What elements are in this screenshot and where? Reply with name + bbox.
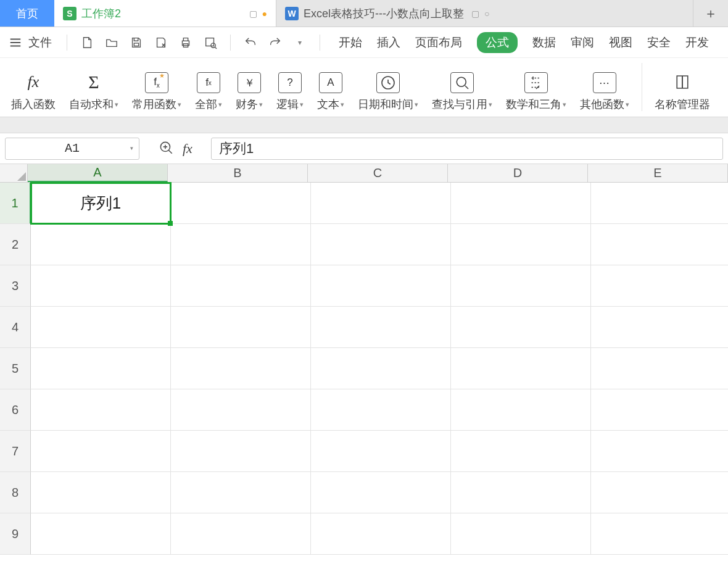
ribbon-tab-formula[interactable]: 公式 [477,32,518,53]
file-menu-button[interactable]: 文件 [9,35,52,51]
cell-c3[interactable] [311,265,451,307]
ribbon-financial[interactable]: ￥ 财务▾ [231,62,268,112]
cell-c7[interactable] [311,431,451,472]
cell-c4[interactable] [311,307,451,348]
print-preview-button[interactable] [203,35,218,50]
column-header-b[interactable]: B [168,164,308,182]
ribbon-tab-developer[interactable]: 开发 [685,35,709,51]
cell-c8[interactable] [311,472,451,513]
cell-e3[interactable] [591,265,728,307]
column-header-a[interactable]: A [28,164,168,182]
ribbon-all-functions[interactable]: fx 全部▾ [190,62,227,112]
cell-c5[interactable] [311,348,451,389]
ribbon-insert-function[interactable]: fx 插入函数 [6,62,60,112]
cell-c9[interactable] [311,513,451,555]
row-header-6[interactable]: 6 [0,389,31,431]
cell-d2[interactable] [451,224,591,265]
ribbon-text[interactable]: A 文本▾ [312,62,349,112]
row-header-9[interactable]: 9 [0,513,31,555]
row-header-1[interactable]: 1 [0,183,31,224]
cell-d7[interactable] [451,431,591,472]
present-mode-icon[interactable]: ▢ [471,9,479,19]
cell-c1[interactable] [311,183,451,224]
ribbon-tab-insert[interactable]: 插入 [377,35,400,51]
cell-a2[interactable] [31,224,171,265]
cell-a8[interactable] [31,472,171,513]
cell-e9[interactable] [591,513,728,555]
fx-label-icon[interactable]: fx [183,141,192,157]
cell-d3[interactable] [451,265,591,307]
cell-e4[interactable] [591,307,728,348]
cell-e1[interactable] [591,183,728,224]
ribbon-more-functions[interactable]: ⋯ 其他函数▾ [575,62,634,112]
ribbon-name-manager[interactable]: 名称管理器 [650,62,715,112]
cell-a7[interactable] [31,431,171,472]
cell-d6[interactable] [451,389,591,431]
cell-a3[interactable] [31,265,171,307]
formula-input[interactable]: 序列1 [211,138,723,160]
cell-b3[interactable] [171,265,311,307]
save-button[interactable] [129,35,144,50]
cell-b5[interactable] [171,348,311,389]
cell-b1[interactable] [171,183,311,224]
row-header-2[interactable]: 2 [0,224,31,265]
ribbon-tab-layout[interactable]: 页面布局 [415,35,462,51]
cell-d9[interactable] [451,513,591,555]
name-box[interactable]: A1 ▾ [5,138,139,160]
tab-close-hint-icon[interactable]: ○ [484,9,489,19]
quick-access-more-button[interactable]: ▾ [292,35,307,50]
ribbon-autosum[interactable]: Σ 自动求和▾ [64,62,123,112]
open-file-button[interactable] [104,35,119,50]
cell-c6[interactable] [311,389,451,431]
row-header-4[interactable]: 4 [0,307,31,348]
column-header-d[interactable]: D [448,164,588,182]
chevron-down-icon[interactable]: ▾ [130,144,134,153]
tab-document-other[interactable]: W Excel表格技巧---小数点向上取整 ▢ ○ [276,0,693,27]
ribbon-tab-start[interactable]: 开始 [339,35,362,51]
cell-e5[interactable] [591,348,728,389]
row-header-7[interactable]: 7 [0,431,31,472]
cell-e7[interactable] [591,431,728,472]
new-file-button[interactable] [80,35,94,50]
cell-c2[interactable] [311,224,451,265]
cell-a1[interactable]: 序列1 [31,183,171,224]
tab-home[interactable]: 首页 [0,0,54,27]
cell-e8[interactable] [591,472,728,513]
ribbon-common-functions[interactable]: fx★ 常用函数▾ [127,62,186,112]
cell-d5[interactable] [451,348,591,389]
redo-button[interactable] [268,35,283,50]
cell-e2[interactable] [591,224,728,265]
add-tab-button[interactable]: ＋ [693,0,728,27]
tab-workbook-active[interactable]: S 工作簿2 ▢ ● [54,0,276,27]
cell-b9[interactable] [171,513,311,555]
undo-button[interactable] [243,35,258,50]
ribbon-tab-security[interactable]: 安全 [647,35,671,51]
row-header-3[interactable]: 3 [0,265,31,307]
cell-d1[interactable] [451,183,591,224]
cell-e6[interactable] [591,389,728,431]
cell-a6[interactable] [31,389,171,431]
cell-a4[interactable] [31,307,171,348]
trace-button[interactable] [158,139,174,158]
cell-a5[interactable] [31,348,171,389]
ribbon-math[interactable]: 数学和三角▾ [501,62,571,112]
cell-b8[interactable] [171,472,311,513]
column-header-c[interactable]: C [308,164,448,182]
cell-d8[interactable] [451,472,591,513]
select-all-corner[interactable] [0,164,28,182]
column-header-e[interactable]: E [588,164,728,182]
row-header-8[interactable]: 8 [0,472,31,513]
cell-b2[interactable] [171,224,311,265]
cell-d4[interactable] [451,307,591,348]
ribbon-tab-view[interactable]: 视图 [609,35,632,51]
cell-b4[interactable] [171,307,311,348]
cell-b6[interactable] [171,389,311,431]
ribbon-tab-review[interactable]: 审阅 [571,35,594,51]
ribbon-lookup[interactable]: 查找与引用▾ [427,62,497,112]
print-button[interactable] [178,35,193,50]
present-mode-icon[interactable]: ▢ [249,9,257,19]
cell-a9[interactable] [31,513,171,555]
ribbon-logical[interactable]: ? 逻辑▾ [271,62,308,112]
row-header-5[interactable]: 5 [0,348,31,389]
ribbon-datetime[interactable]: 日期和时间▾ [353,62,423,112]
